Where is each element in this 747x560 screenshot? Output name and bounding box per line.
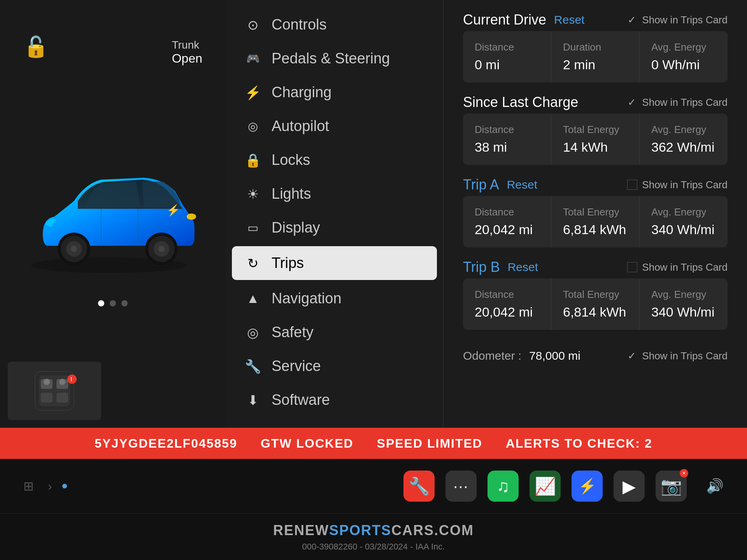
car-image: ⚡ <box>23 145 202 285</box>
screwdriver-icon: 🔧 <box>409 476 430 496</box>
current-drive-checkbox-icon: ✓ <box>626 14 637 25</box>
nav-item-trips[interactable]: ↻ Trips <box>232 246 437 280</box>
pagination-dot-3[interactable] <box>121 300 128 306</box>
current-drive-duration-cell: Duration 2 min <box>551 31 640 82</box>
trip-b-label: Trip B <box>463 259 500 275</box>
since-last-charge-avg-energy-label: Avg. Energy <box>651 124 716 136</box>
thumbnail-svg: ! <box>12 366 97 416</box>
taskbar-app-bluetooth[interactable]: ⚡ <box>572 471 603 502</box>
current-drive-energy-label: Avg. Energy <box>651 41 716 53</box>
taskbar-app-stocks[interactable]: 📈 <box>530 471 561 502</box>
bluetooth-icon: ⚡ <box>578 478 596 495</box>
current-drive-energy-cell: Avg. Energy 0 Wh/mi <box>640 31 728 82</box>
charging-icon: ⚡ <box>245 85 261 100</box>
brand-sports: SPORTS <box>329 522 391 538</box>
odometer-show-trips-label: Show in Trips Card <box>642 350 728 362</box>
nav-label-lights: Lights <box>272 186 311 202</box>
odometer-show-trips: ✓ Show in Trips Card <box>626 350 728 362</box>
brand-renew: RENEW <box>273 522 329 538</box>
trip-a-avg-energy-label: Avg. Energy <box>651 206 716 218</box>
nav-label-charging: Charging <box>272 84 331 101</box>
taskbar-app-screwdriver[interactable]: 🔧 <box>403 471 435 502</box>
current-drive-show-trips-label: Show in Trips Card <box>642 14 728 26</box>
trip-b-distance-label: Distance <box>475 289 539 301</box>
nav-item-charging[interactable]: ⚡ Charging <box>226 75 443 109</box>
taskbar-volume[interactable]: 🔊 <box>706 478 724 494</box>
trip-a-total-energy-cell: Total Energy 6,814 kWh <box>551 196 640 247</box>
nav-label-controls: Controls <box>272 16 327 33</box>
pagination-dot-1[interactable] <box>98 300 104 306</box>
more-icon: ··· <box>453 478 468 495</box>
trip-a-label: Trip A <box>463 177 499 193</box>
trip-a-show-trips-label: Show in Trips Card <box>642 179 728 191</box>
nav-item-lights[interactable]: ☀ Lights <box>226 177 443 211</box>
main-container: 🔓 Trunk Open <box>0 0 747 428</box>
lights-icon: ☀ <box>245 186 261 202</box>
nav-label-trips: Trips <box>272 255 304 271</box>
current-drive-distance-value: 0 mi <box>475 57 539 72</box>
alert-speed: SPEED LIMITED <box>377 436 482 451</box>
trip-b-header: Trip B Reset Show in Trips Card <box>463 259 728 275</box>
current-drive-grid: Distance 0 mi Duration 2 min Avg. Energy… <box>463 31 728 82</box>
trip-b-show-trips: Show in Trips Card <box>627 261 728 273</box>
nav-item-locks[interactable]: 🔒 Locks <box>226 143 443 177</box>
odometer-label: Odometer : <box>463 349 521 362</box>
trip-a-reset-button[interactable]: Reset <box>507 178 537 191</box>
camera-icon: 📷 <box>661 476 682 496</box>
taskbar-icons: 🔧 ··· ♫ 📈 ⚡ ▶ 📷 × <box>403 471 687 502</box>
current-drive-distance-label: Distance <box>475 41 539 53</box>
nav-item-autopilot[interactable]: ◎ Autopilot <box>226 109 443 143</box>
current-drive-energy-value: 0 Wh/mi <box>651 57 716 72</box>
since-last-charge-total-energy-label: Total Energy <box>563 124 628 136</box>
svg-point-21 <box>44 379 50 385</box>
nav-item-pedals[interactable]: 🎮 Pedals & Steering <box>226 42 443 75</box>
trip-a-total-energy-value: 6,814 kWh <box>563 222 628 237</box>
pagination-dot-2[interactable] <box>110 300 116 306</box>
svg-point-6 <box>71 246 77 252</box>
since-last-charge-distance-value: 38 mi <box>475 140 539 155</box>
current-drive-reset-button[interactable]: Reset <box>554 13 584 26</box>
volume-icon: 🔊 <box>706 478 724 494</box>
svg-text:⚡: ⚡ <box>167 204 180 217</box>
alert-vin: 5YJYGDEE2LF045859 <box>95 436 237 451</box>
brand-cars: CARS.COM <box>391 522 474 538</box>
nav-item-display[interactable]: ▭ Display <box>226 211 443 245</box>
trunk-title: Trunk <box>172 39 202 51</box>
since-last-charge-title: Since Last Charge <box>463 94 578 110</box>
taskbar: ⊞ › 🔧 ··· ♫ 📈 ⚡ ▶ 📷 × 🔊 <box>0 459 747 513</box>
footer-info: 000-39082260 - 03/28/2024 - IAA Inc. <box>302 542 445 552</box>
trip-b-reset-button[interactable]: Reset <box>508 261 538 274</box>
nav-item-navigation[interactable]: ▲ Navigation <box>226 282 443 315</box>
trip-a-distance-value: 20,042 mi <box>475 222 539 237</box>
taskbar-app-media[interactable]: ▶ <box>614 471 645 502</box>
nav-item-service[interactable]: 🔧 Service <box>226 349 443 383</box>
nav-panel: ⊙ Controls 🎮 Pedals & Steering ⚡ Chargin… <box>226 0 444 428</box>
nav-label-service: Service <box>272 358 321 374</box>
taskbar-app-camera[interactable]: 📷 × <box>656 471 687 502</box>
trunk-value: Open <box>172 51 202 66</box>
nav-label-navigation: Navigation <box>272 290 342 307</box>
current-drive-duration-label: Duration <box>563 41 628 53</box>
nav-item-controls[interactable]: ⊙ Controls <box>226 8 443 42</box>
software-icon: ⬇ <box>245 392 261 408</box>
nav-item-safety[interactable]: ◎ Safety <box>226 315 443 349</box>
svg-text:!: ! <box>70 376 72 382</box>
since-last-charge-avg-energy-cell: Avg. Energy 362 Wh/mi <box>640 114 728 165</box>
autopilot-icon: ◎ <box>245 119 261 134</box>
since-last-charge-header: Since Last Charge ✓ Show in Trips Card <box>463 94 728 110</box>
trip-b-avg-energy-label: Avg. Energy <box>651 289 716 301</box>
since-last-charge-total-energy-value: 14 kWh <box>563 140 628 155</box>
spotify-icon: ♫ <box>497 476 510 496</box>
nav-item-software[interactable]: ⬇ Software <box>226 383 443 417</box>
camera-badge: × <box>680 469 688 478</box>
bottom-thumbnail[interactable]: ! <box>8 362 101 420</box>
lock-icon-container: 🔓 <box>23 35 49 59</box>
taskbar-app-spotify[interactable]: ♫ <box>487 471 519 502</box>
trunk-label: Trunk Open <box>172 39 202 66</box>
trip-b-grid: Distance 20,042 mi Total Energy 6,814 kW… <box>463 278 728 330</box>
taskbar-app-more[interactable]: ··· <box>445 471 477 502</box>
brand-logo: RENEWSPORTSCARS.COM <box>273 522 474 539</box>
since-last-charge-avg-energy-value: 362 Wh/mi <box>651 140 716 155</box>
nav-label-locks: Locks <box>272 152 310 168</box>
odometer-checkbox-icon: ✓ <box>626 350 637 361</box>
